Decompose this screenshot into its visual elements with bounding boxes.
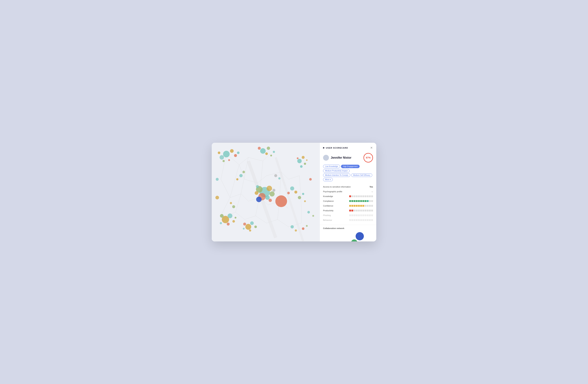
bar-cell [349, 195, 351, 197]
svg-point-82 [249, 229, 251, 232]
svg-point-75 [232, 220, 235, 222]
svg-point-69 [256, 197, 262, 202]
svg-point-87 [290, 186, 294, 190]
bar-cell [360, 195, 362, 197]
metrics-table: Access to sensitive information Yes Psyc… [320, 183, 376, 225]
svg-point-56 [297, 157, 299, 159]
svg-point-70 [275, 195, 287, 207]
svg-point-89 [287, 192, 290, 194]
bar-cell [371, 210, 373, 211]
tag-medium-intention-to-comply[interactable]: Medium Intention To Comply [323, 173, 350, 177]
svg-point-39 [223, 151, 230, 157]
close-button[interactable]: ✕ [370, 146, 373, 150]
svg-point-63 [265, 195, 270, 200]
bar-cell [360, 214, 362, 216]
svg-point-72 [228, 213, 232, 218]
avatar [323, 155, 329, 161]
bar-cell [354, 200, 356, 202]
metric-label-behaviour: Behaviour [323, 219, 347, 221]
svg-point-68 [273, 189, 275, 192]
bar-cell [371, 205, 373, 207]
bar-cell [349, 210, 351, 211]
svg-point-61 [267, 186, 272, 191]
bar-cell [354, 219, 356, 221]
tag-more-button[interactable]: More ▾ [323, 178, 333, 181]
bar-cell [360, 219, 362, 221]
bar-cell [362, 200, 364, 202]
svg-point-100 [215, 196, 219, 199]
svg-point-101 [216, 178, 219, 181]
metric-bars-phishing [349, 214, 373, 216]
bar-cell [367, 205, 369, 207]
svg-point-79 [250, 221, 254, 225]
metric-label-phishing: Phishing [323, 214, 347, 216]
bar-cell [365, 205, 366, 207]
bar-cell [349, 205, 351, 207]
bar-cell [362, 210, 364, 211]
bar-cell [371, 195, 373, 197]
bar-cell [360, 210, 362, 211]
svg-point-81 [254, 225, 257, 228]
bar-cell [354, 214, 356, 216]
bar-cell [351, 200, 353, 202]
bar-cell [369, 214, 371, 216]
svg-point-95 [232, 205, 235, 208]
collab-title: Collaboration network [323, 227, 373, 229]
bar-cell [365, 214, 366, 216]
bar-cell [358, 210, 360, 211]
svg-point-46 [237, 152, 239, 154]
svg-point-74 [227, 222, 230, 225]
bar-cell [354, 205, 356, 207]
metric-label-compliance: Compliance [323, 200, 347, 202]
metric-row-phishing: Phishing [323, 213, 373, 217]
collab-node-blue [356, 232, 364, 240]
tag-more-label: More [325, 179, 329, 181]
bar-cell [356, 200, 358, 202]
metric-label-knowledge: Knowledge [323, 195, 347, 197]
svg-point-67 [256, 185, 259, 188]
network-svg [212, 143, 320, 242]
tag-medium-self-efficacy[interactable]: Medium Self Efficacy [351, 173, 372, 177]
bar-cell [358, 205, 360, 207]
bar-cell [369, 200, 371, 202]
tags-area: Low Knowledge High Engagement Medium Pro… [320, 165, 376, 183]
play-icon: ▶ [323, 147, 325, 149]
svg-point-91 [302, 193, 304, 195]
bar-cell [356, 195, 358, 197]
svg-point-41 [234, 154, 237, 157]
metric-label-productivity: Productivity [323, 209, 347, 212]
bar-cell [358, 214, 360, 216]
svg-point-73 [220, 214, 224, 218]
bar-cell [371, 214, 373, 216]
score-value: 87% [366, 156, 371, 159]
metric-row-psychographic: Psychographic profile – [323, 190, 373, 193]
bar-cell [358, 200, 360, 202]
svg-point-51 [258, 147, 261, 150]
bar-cell [367, 219, 369, 221]
svg-point-40 [230, 149, 234, 153]
metric-label-confidence: Confidence [323, 205, 347, 207]
svg-point-64 [270, 191, 275, 197]
svg-point-90 [298, 196, 301, 199]
svg-point-105 [306, 225, 308, 227]
metric-row-access: Access to sensitive information Yes [323, 185, 373, 189]
bar-cell [351, 219, 353, 221]
bar-cell [362, 214, 364, 216]
app-window: ▶ USER SCORECARD ✕ Jennifer Nistor 87% L… [212, 143, 376, 242]
svg-point-57 [300, 165, 303, 168]
tag-high-engagement[interactable]: High Engagement [341, 165, 360, 168]
svg-point-94 [278, 177, 280, 180]
bar-cell [351, 210, 353, 211]
bar-cell [367, 214, 369, 216]
tag-medium-productivity-impact[interactable]: Medium Productivity Impact [323, 169, 350, 173]
bar-cell [356, 210, 358, 211]
bar-cell [371, 200, 373, 202]
bar-cell [362, 205, 364, 207]
bar-cell [369, 205, 371, 207]
tag-low-knowledge[interactable]: Low Knowledge [323, 165, 340, 168]
svg-point-53 [297, 159, 302, 163]
svg-point-104 [302, 227, 304, 230]
user-info: Jennifer Nistor [323, 155, 351, 161]
svg-point-43 [218, 152, 220, 154]
metric-value-access: Yes [370, 186, 373, 188]
